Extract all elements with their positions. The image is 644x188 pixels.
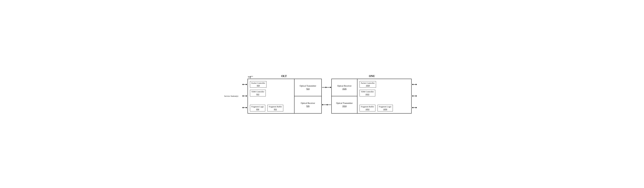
olt-outer-box: 902 Packet Controller 920 [248, 79, 322, 114]
onu-tdm-controller: TDM Controller 1022 [360, 90, 375, 96]
olt-left-col: Packet Controller 920 TDM Controller 922 [248, 79, 294, 113]
ref-bracket [250, 76, 254, 79]
arrow-ss-1 [242, 84, 247, 84]
optical-transmitter-label: Optical Transmitter 924 [300, 84, 316, 90]
olt-diagram: OLT Service Station(s) [242, 74, 326, 114]
onu-arrow-2 [412, 96, 417, 96]
onu-controllers: Packet Controller 1020 TDM Controller 10… [360, 81, 409, 96]
page: OLT Service Station(s) [242, 70, 402, 118]
onu-fragment-logic: Fragment Logic 1050 [378, 105, 393, 112]
tdm-controller-box: TDM Controller 922 [250, 90, 266, 96]
onu-arrow-1 [412, 84, 417, 84]
tdm-controller: TDM Controller 922 [250, 90, 266, 96]
onu-left-col: Optical Receiver 1026 Optical Transmitte… [332, 79, 358, 113]
olt-controllers: Packet Controller 920 TDM Controller 922 [250, 81, 292, 96]
olt-left-arrows [242, 79, 247, 114]
onu-optical-receiver-section: Optical Receiver 1026 [332, 79, 357, 96]
optical-transmitter-section: Optical Transmitter 924 [294, 79, 322, 96]
onu-optical-receiver-label: Optical Receiver 1026 [337, 84, 352, 90]
onu-arrow-3 [412, 108, 417, 108]
olt-tx-arrow [322, 87, 326, 88]
service-station-label: Service Station(s) [224, 95, 238, 97]
onu-right-col: Packet Controller 1020 TDM Controller 10… [358, 79, 411, 113]
olt-right-col: Optical Transmitter 924 Optical Receiver… [294, 79, 322, 113]
onu-right-arrows [412, 79, 417, 114]
packet-controller-box: Packet Controller 920 [250, 81, 266, 88]
olt-title: OLT [281, 74, 287, 78]
onu-packet-controller: Packet Controller 1020 [360, 81, 376, 88]
onu-optical-transmitter-label: Optical Transmitter 1024 [336, 102, 352, 108]
arrow-ss-3 [242, 108, 247, 108]
arrow-ss-2 [242, 96, 247, 96]
optical-receiver-section: Optical Receiver 926 [294, 96, 322, 113]
olt-rx-arrow [322, 104, 326, 105]
olt-right-arrows [322, 79, 326, 114]
onu-left-arrows [326, 79, 331, 114]
packet-controller: Packet Controller 920 [250, 81, 266, 88]
onu-tdm-controller-box: TDM Controller 1022 [360, 90, 375, 96]
onu-diagram: ONU Optical R [326, 74, 417, 114]
olt-ref: 902 [248, 76, 251, 78]
fragment-logic: Fragment Logic 950 [250, 105, 265, 112]
optical-receiver-label: Optical Receiver 926 [301, 102, 315, 108]
onu-rx-in-arrow [326, 87, 331, 88]
onu-fragment-buffer: Fragment Buffer 1052 [360, 105, 376, 112]
onu-fragment-row: Fragment Buffer 1052 Fragment Logic 1050 [360, 105, 409, 112]
onu-optical-transmitter-section: Optical Transmitter 1024 [332, 96, 357, 113]
onu-packet-controller-box: Packet Controller 1020 [360, 81, 376, 88]
olt-fragment-row: Fragment Logic 950 Fragment Buffer 952 [250, 105, 292, 112]
onu-title: ONU [369, 74, 375, 78]
onu-outer-box: Optical Receiver 1026 Optical Transmitte… [332, 79, 412, 114]
onu-tx-out-arrow [326, 104, 331, 105]
fragment-buffer: Fragment Buffer 952 [268, 105, 283, 112]
